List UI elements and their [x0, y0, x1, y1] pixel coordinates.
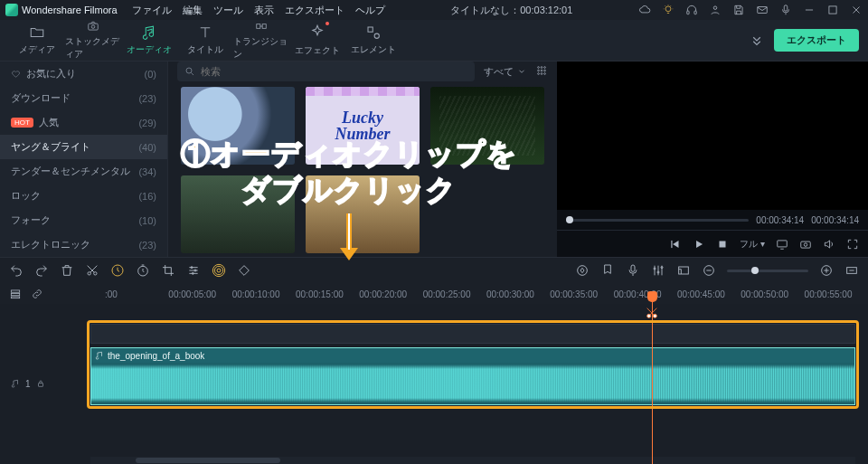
asset-thumbnail[interactable]: [430, 87, 544, 165]
timeline-scrollbar[interactable]: [90, 457, 855, 464]
tab-elements[interactable]: エレメント: [345, 20, 401, 61]
mail-icon[interactable]: [756, 4, 769, 16]
menu-edit[interactable]: 編集: [183, 4, 203, 17]
tab-audio[interactable]: オーディオ: [121, 20, 177, 61]
svg-rect-49: [11, 297, 19, 298]
track-area[interactable]: the_opening_of_a_book: [90, 324, 855, 405]
ratio-icon[interactable]: [676, 263, 691, 279]
duration-button[interactable]: [136, 263, 150, 279]
mic-icon[interactable]: [779, 4, 792, 16]
zoom-slider[interactable]: [727, 270, 808, 272]
svg-point-19: [544, 70, 546, 71]
menu-view[interactable]: 表示: [254, 4, 274, 17]
search-input[interactable]: [201, 66, 467, 77]
tab-media[interactable]: メディア: [9, 20, 65, 61]
audio-mixer-icon[interactable]: [651, 263, 665, 279]
headphones-icon[interactable]: [685, 4, 698, 16]
minimize-icon[interactable]: [803, 4, 816, 16]
sidebar-item-popular[interactable]: HOT人気 (29): [0, 110, 167, 135]
delete-button[interactable]: [60, 263, 74, 279]
search-box[interactable]: [177, 62, 475, 81]
ruler-tick: 00:00:55:00: [805, 289, 868, 299]
asset-art-text: Lucky: [342, 109, 383, 126]
sidebar-item-tender[interactable]: テンダー＆センチメンタル (34): [0, 159, 167, 184]
view-grid-toggle[interactable]: [535, 64, 548, 79]
preview-viewport[interactable]: [557, 62, 868, 210]
timeline-ruler-row: :00 00:00:05:00 00:00:10:00 00:00:15:00 …: [0, 284, 868, 304]
play-icon[interactable]: [693, 238, 705, 251]
sidebar-item-electronic[interactable]: エレクトロニック (23): [0, 232, 167, 257]
cloud-icon[interactable]: [638, 4, 651, 16]
crop-button[interactable]: [161, 263, 175, 279]
menu-export[interactable]: エクスポート: [285, 4, 344, 17]
maximize-icon[interactable]: [826, 4, 839, 16]
svg-point-14: [538, 67, 540, 69]
label: ロック: [11, 189, 41, 203]
lock-icon[interactable]: [36, 379, 45, 388]
track-manager-icon[interactable]: [9, 288, 22, 300]
ruler-tick: 00:00:05:00: [168, 289, 231, 299]
voiceover-icon[interactable]: [626, 263, 640, 279]
marker-view-icon[interactable]: [575, 263, 590, 279]
sidebar-item-folk[interactable]: フォーク (10): [0, 208, 167, 232]
menu-help[interactable]: ヘルプ: [355, 4, 385, 17]
volume-icon[interactable]: [823, 238, 835, 251]
close-icon[interactable]: [850, 4, 863, 16]
tab-transitions[interactable]: トランジション: [233, 20, 289, 61]
zoom-out-icon[interactable]: [702, 263, 716, 279]
timeline-ruler[interactable]: :00 00:00:05:00 00:00:10:00 00:00:15:00 …: [105, 289, 868, 299]
scissors-icon[interactable]: [645, 306, 659, 320]
asset-thumbnail[interactable]: [181, 175, 295, 253]
zoom-in-icon[interactable]: [819, 263, 834, 279]
speed-button[interactable]: [110, 263, 125, 279]
filter-dropdown[interactable]: すべて: [484, 65, 526, 79]
sidebar-item-young-bright[interactable]: ヤング＆ブライト (40): [0, 135, 167, 159]
svg-rect-9: [257, 24, 260, 29]
tab-effects[interactable]: エフェクト: [289, 20, 345, 61]
export-button[interactable]: エクスポート: [774, 29, 859, 52]
sidebar-item-rock[interactable]: ロック (16): [0, 184, 167, 208]
sidebar-item-favorites[interactable]: お気に入り (0): [0, 62, 167, 86]
audio-track-header[interactable]: 1: [0, 373, 90, 394]
asset-thumbnail[interactable]: Lucky Number: [306, 87, 420, 165]
quality-dropdown[interactable]: フル ▾: [740, 238, 765, 251]
link-icon[interactable]: [31, 288, 43, 300]
menu-file[interactable]: ファイル: [132, 4, 172, 17]
color-button[interactable]: [186, 263, 201, 279]
sidebar-item-downloads[interactable]: ダウンロード (23): [0, 86, 167, 110]
audio-enhance-button[interactable]: [212, 263, 226, 279]
undo-button[interactable]: [9, 263, 24, 279]
fullscreen-icon[interactable]: [846, 238, 859, 251]
timeline: 1 the_opening_of_a_book: [0, 304, 868, 464]
asset-thumbnail[interactable]: [306, 175, 420, 253]
svg-point-17: [538, 70, 540, 71]
video-track[interactable]: [90, 324, 855, 344]
preview-scrubber[interactable]: [566, 219, 749, 222]
ruler-tick: 00:00:15:00: [296, 289, 359, 299]
svg-point-8: [91, 25, 95, 28]
video-track-header[interactable]: [0, 324, 90, 346]
save-icon[interactable]: [732, 4, 745, 16]
prev-frame-icon[interactable]: [669, 238, 682, 251]
user-icon[interactable]: [709, 4, 722, 16]
idea-icon[interactable]: [662, 4, 675, 16]
tab-titles[interactable]: タイトル: [177, 20, 233, 61]
display-icon[interactable]: [776, 238, 788, 251]
audio-clip[interactable]: the_opening_of_a_book: [90, 347, 855, 405]
ruler-tick: 00:00:10:00: [232, 289, 296, 299]
tab-stock-media[interactable]: ストックメディア: [65, 20, 121, 61]
logo-icon: [5, 4, 18, 16]
snapshot-icon[interactable]: [799, 238, 812, 251]
redo-button[interactable]: [34, 263, 49, 279]
zoom-fit-icon[interactable]: [844, 263, 859, 279]
marker-add-icon[interactable]: [600, 263, 615, 279]
expand-more-icon[interactable]: [749, 33, 765, 49]
svg-rect-26: [801, 241, 811, 248]
asset-thumbnail[interactable]: [181, 87, 295, 165]
menu-tools[interactable]: ツール: [213, 4, 243, 17]
cut-button[interactable]: [85, 263, 99, 279]
keyframe-button[interactable]: [237, 263, 251, 279]
playhead[interactable]: [652, 293, 653, 465]
ruler-tick: 00:00:40:00: [614, 289, 677, 299]
stop-icon[interactable]: [716, 238, 729, 251]
